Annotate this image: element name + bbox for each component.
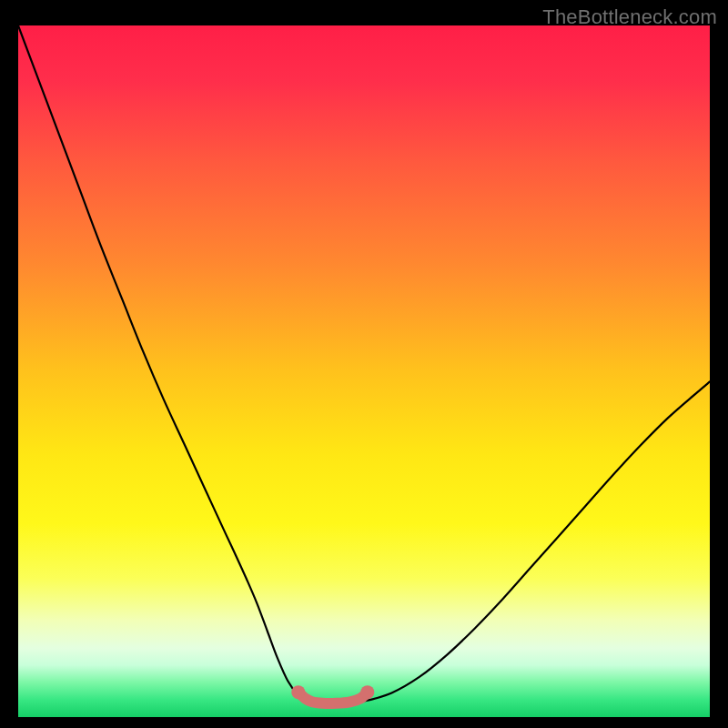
gradient-background [18,25,710,717]
plot-area [18,25,710,717]
valley-marker-dot [360,685,374,699]
valley-marker-dot [291,685,305,699]
bottleneck-chart [18,25,710,717]
chart-stage: TheBottleneck.com [0,0,728,728]
watermark-text: TheBottleneck.com [542,5,717,29]
